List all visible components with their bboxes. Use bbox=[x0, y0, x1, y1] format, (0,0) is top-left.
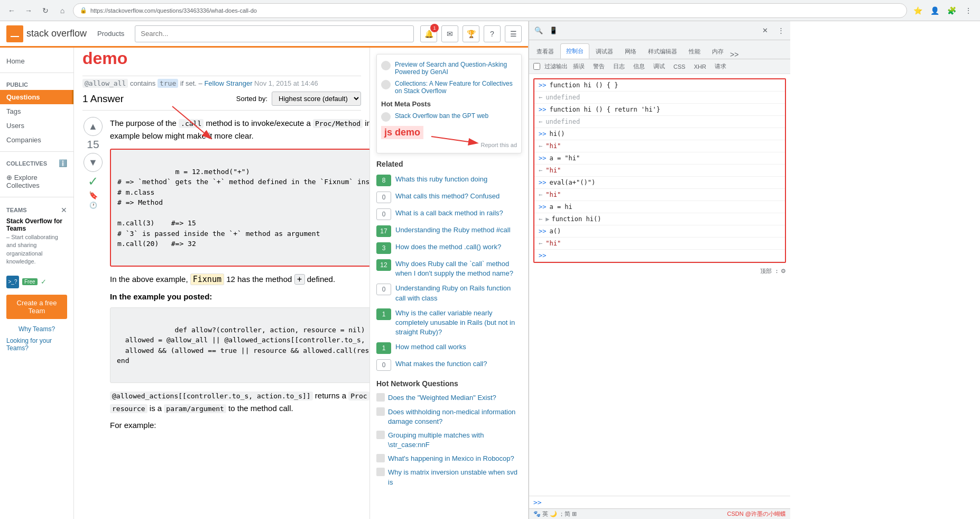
toolbar-css[interactable]: CSS bbox=[670, 62, 689, 71]
tab-network[interactable]: 网络 bbox=[620, 44, 642, 59]
related-link[interactable]: Understanding the Ruby method #call bbox=[395, 225, 511, 235]
sidebar-item-tags[interactable]: Tags bbox=[0, 104, 73, 119]
sidebar-item-home[interactable]: Home bbox=[0, 54, 73, 68]
popup-overflow-ban[interactable]: Stack Overflow ban the GPT web bbox=[381, 110, 517, 124]
create-team-button[interactable]: Create a free Team bbox=[6, 295, 67, 319]
related-item[interactable]: 0What calls this method? Confused bbox=[376, 192, 522, 203]
hot-network-item[interactable]: Does the "Weighted Median" Exist? bbox=[376, 393, 522, 403]
toolbar-xhr[interactable]: XHR bbox=[691, 62, 709, 71]
report-ad-link[interactable]: Report this ad bbox=[481, 142, 517, 148]
plus-badge: + bbox=[294, 274, 305, 285]
related-item[interactable]: 8Whats this ruby function doing bbox=[376, 175, 522, 186]
devtools-device-btn[interactable]: 📱 bbox=[546, 23, 561, 38]
console-string-10: "hi" bbox=[546, 190, 561, 199]
devtools-close-btn[interactable]: ✕ bbox=[757, 23, 772, 38]
hot-network-item[interactable]: Does withholding non-medical information… bbox=[376, 407, 522, 426]
hot-network-link[interactable]: What's happening in Mexico in Robocop? bbox=[388, 454, 514, 463]
related-item[interactable]: 1How method call works bbox=[376, 342, 522, 354]
bookmark-star-button[interactable]: ⭐ bbox=[910, 3, 925, 18]
tab-performance[interactable]: 性能 bbox=[683, 44, 706, 59]
related-item[interactable]: 0What makes the function call? bbox=[376, 359, 522, 371]
related-link[interactable]: How does the method .call() work? bbox=[395, 242, 501, 252]
hot-network-item[interactable]: Grouping multiple matches with \str_case… bbox=[376, 431, 522, 450]
toolbar-logs[interactable]: 日志 bbox=[610, 61, 628, 71]
toolbar-info[interactable]: 信息 bbox=[630, 61, 648, 71]
hot-network-link[interactable]: Grouping multiple matches with \str_case… bbox=[388, 431, 522, 450]
toolbar-warnings[interactable]: 警告 bbox=[590, 61, 608, 71]
related-link[interactable]: Why is the caller variable nearly comple… bbox=[395, 308, 522, 338]
related-item[interactable]: 0Understanding Ruby on Rails function ca… bbox=[376, 284, 522, 303]
tab-more[interactable]: >> bbox=[730, 50, 738, 59]
tab-console[interactable]: 控制台 bbox=[560, 43, 589, 59]
inbox-btn[interactable]: ✉ bbox=[441, 25, 458, 42]
menu-button[interactable]: ⋮ bbox=[961, 3, 976, 18]
tab-debugger[interactable]: 调试器 bbox=[590, 44, 618, 59]
related-score: 0 bbox=[376, 359, 391, 371]
toolbar-debug[interactable]: 调试 bbox=[650, 61, 668, 71]
bookmark-button[interactable]: 🔖 bbox=[89, 191, 98, 199]
sidebar-item-users[interactable]: Users bbox=[0, 119, 73, 133]
why-teams-link[interactable]: Why Teams? bbox=[0, 323, 73, 335]
popup-collections[interactable]: Collections: A New Feature for Collectiv… bbox=[381, 78, 517, 97]
toolbar-errors[interactable]: 插误 bbox=[570, 61, 588, 71]
looking-teams-link[interactable]: Looking for your Teams? bbox=[0, 335, 73, 354]
hot-network-link[interactable]: Why is matrix inversion unstable when sv… bbox=[388, 468, 522, 487]
user-profile-button[interactable]: 👤 bbox=[927, 3, 942, 18]
hot-network-link[interactable]: Does the "Weighted Median" Exist? bbox=[388, 393, 496, 403]
achievements-btn[interactable]: 🏆 bbox=[463, 25, 479, 42]
toolbar-requests[interactable]: 请求 bbox=[711, 61, 729, 71]
vote-up-button[interactable]: ▲ bbox=[84, 117, 103, 136]
reload-button[interactable]: ↻ bbox=[38, 3, 53, 18]
related-link[interactable]: What makes the function call? bbox=[395, 359, 487, 369]
tab-elements[interactable]: 查看器 bbox=[531, 44, 559, 59]
related-link[interactable]: What is a call back method in rails? bbox=[395, 208, 503, 218]
forward-button[interactable]: → bbox=[21, 3, 36, 18]
devtools-inspect-btn[interactable]: 🔍 bbox=[531, 23, 546, 38]
related-link[interactable]: Why does Ruby call the `call` method whe… bbox=[395, 259, 522, 278]
sort-select[interactable]: Highest score (default) bbox=[272, 92, 361, 106]
sorted-by-label: Sorted by: bbox=[236, 95, 267, 103]
popup-ban-icon bbox=[381, 112, 391, 122]
comment-author[interactable]: Fellow Stranger bbox=[204, 79, 252, 87]
back-button[interactable]: ← bbox=[4, 3, 19, 18]
address-bar[interactable]: 🔒 https://stackoverflow.com/questions/33… bbox=[73, 3, 907, 18]
related-items-container: 8Whats this ruby function doing0What cal… bbox=[376, 175, 522, 371]
filter-checkbox[interactable] bbox=[533, 63, 540, 70]
allowed-actions-code: @allowed_actions[[controller.to_s, actio… bbox=[110, 391, 313, 400]
related-item[interactable]: 17Understanding the Ruby method #call bbox=[376, 225, 522, 237]
sidebar-item-questions[interactable]: Questions bbox=[0, 90, 73, 104]
devtools-more-btn[interactable]: ⋮ bbox=[773, 23, 788, 38]
console-code-13: a() bbox=[549, 226, 561, 236]
home-button[interactable]: ⌂ bbox=[55, 3, 70, 18]
console-arrow-14: ← bbox=[539, 239, 542, 248]
related-link[interactable]: How method call works bbox=[395, 342, 466, 352]
devtools-settings-btn[interactable]: ⚙ bbox=[781, 268, 786, 275]
proc-method-code: Proc/Method bbox=[313, 119, 363, 128]
hot-network-link[interactable]: Does withholding non-medical information… bbox=[388, 407, 522, 426]
sidebar-item-companies[interactable]: Companies bbox=[0, 133, 73, 147]
vote-down-button[interactable]: ▼ bbox=[84, 153, 103, 172]
history-icon[interactable]: 🕐 bbox=[89, 202, 97, 209]
tab-memory[interactable]: 内存 bbox=[707, 44, 729, 59]
notifications-btn[interactable]: 🔔 1 bbox=[420, 25, 437, 42]
help-btn[interactable]: ? bbox=[484, 25, 501, 42]
devtools-console-input[interactable] bbox=[545, 499, 786, 506]
related-link[interactable]: What calls this method? Confused bbox=[395, 192, 500, 201]
code-block-example: def allow?(controller, action, resource … bbox=[110, 307, 369, 383]
tab-style-editor[interactable]: 样式编辑器 bbox=[643, 44, 682, 59]
popup-preview[interactable]: Preview of Search and Question-Asking Po… bbox=[381, 59, 517, 78]
teams-close-btn[interactable]: ✕ bbox=[61, 206, 67, 214]
hot-network-item[interactable]: What's happening in Mexico in Robocop? bbox=[376, 454, 522, 463]
related-link[interactable]: Understanding Ruby on Rails function cal… bbox=[395, 284, 522, 303]
hot-network-item[interactable]: Why is matrix inversion unstable when sv… bbox=[376, 468, 522, 487]
related-item[interactable]: 3How does the method .call() work? bbox=[376, 242, 522, 254]
products-nav[interactable]: Products bbox=[93, 28, 128, 40]
related-link[interactable]: Whats this ruby function doing bbox=[395, 175, 487, 184]
related-item[interactable]: 0What is a call back method in rails? bbox=[376, 208, 522, 220]
search-input[interactable] bbox=[135, 25, 414, 42]
related-item[interactable]: 12Why does Ruby call the `call` method w… bbox=[376, 259, 522, 278]
sidebar-explore-collectives[interactable]: ⊕ Explore Collectives bbox=[0, 170, 73, 193]
menu-btn[interactable]: ☰ bbox=[505, 25, 522, 42]
extensions-button[interactable]: 🧩 bbox=[944, 3, 959, 18]
related-item[interactable]: 1Why is the caller variable nearly compl… bbox=[376, 308, 522, 338]
